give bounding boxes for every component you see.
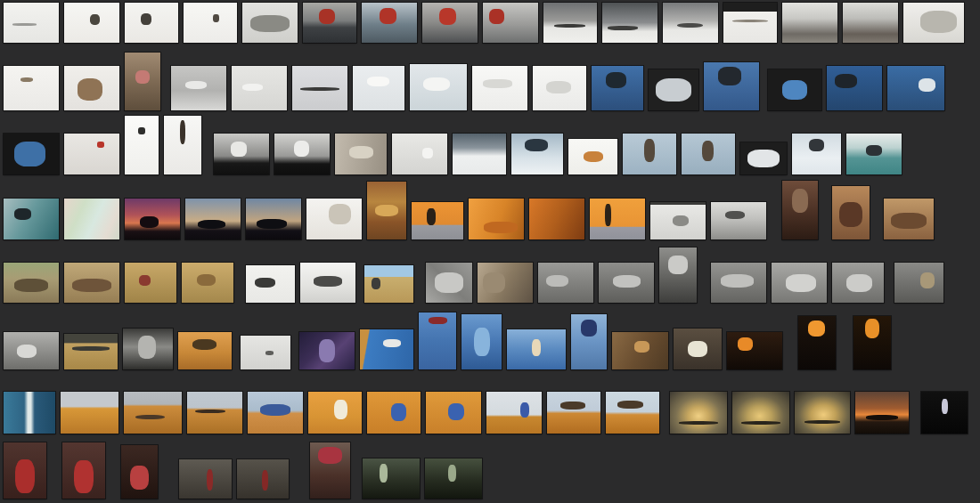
photo-thumbnail-misty-trees-bw[interactable]: [650, 202, 706, 239]
photo-thumbnail-camels-sunset-3[interactable]: [795, 392, 850, 434]
photo-thumbnail-birds-line-snow[interactable]: [723, 3, 777, 43]
photo-thumbnail-deadvlei-window[interactable]: [412, 202, 463, 239]
photo-thumbnail-zebras-group-bw[interactable]: [300, 263, 355, 303]
photo-thumbnail-rhino-pair-bw[interactable]: [599, 263, 654, 303]
photo-thumbnail-swan-in-mist[interactable]: [392, 134, 447, 174]
photo-thumbnail-eagle-white-matte[interactable]: [740, 142, 787, 174]
photo-thumbnail-blue-turban-man[interactable]: [571, 314, 607, 369]
photo-thumbnail-elephant-sepia[interactable]: [478, 263, 533, 303]
photo-thumbnail-swan-dance-dark-1[interactable]: [214, 134, 269, 174]
photo-thumbnail-mountains-snow[interactable]: [453, 134, 506, 174]
photo-thumbnail-rhino-closeup-bw[interactable]: [772, 263, 827, 303]
photo-thumbnail-storm-clouds-dune[interactable]: [663, 3, 718, 43]
photo-thumbnail-blue-alley[interactable]: [507, 329, 566, 369]
photo-thumbnail-storm-clouds-herd-1[interactable]: [543, 3, 597, 43]
photo-thumbnail-snow-trees-sketch[interactable]: [903, 3, 964, 43]
photo-thumbnail-himba-goats-trees[interactable]: [4, 263, 59, 303]
photo-thumbnail-snow-mound-monkeys[interactable]: [4, 66, 59, 110]
photo-thumbnail-plains-highkey-bw[interactable]: [241, 336, 290, 369]
photo-thumbnail-cranes-landing[interactable]: [171, 66, 226, 110]
photo-thumbnail-swans-flight-white[interactable]: [472, 66, 527, 110]
photo-thumbnail-himba-group[interactable]: [884, 199, 934, 239]
photo-thumbnail-lion-pair[interactable]: [182, 263, 233, 303]
photo-thumbnail-red-robe-elder-1[interactable]: [4, 442, 46, 499]
photo-thumbnail-crane-blue-matte[interactable]: [4, 134, 59, 174]
photo-thumbnail-scarf-blue-robe-2[interactable]: [426, 392, 481, 434]
photo-thumbnail-snow-rock-patches-2[interactable]: [843, 3, 898, 43]
photo-thumbnail-swan-blur-brown[interactable]: [335, 134, 387, 174]
photo-thumbnail-quiver-trees-rays-2[interactable]: [246, 199, 301, 239]
photo-thumbnail-red-robe-elder-2[interactable]: [62, 442, 105, 499]
photo-thumbnail-swan-neck-portrait[interactable]: [125, 116, 159, 174]
photo-thumbnail-elephant-bw-waterhole[interactable]: [123, 329, 173, 369]
photo-thumbnail-lone-tree-snow-2[interactable]: [125, 3, 178, 43]
photo-thumbnail-crane-heads-red[interactable]: [64, 134, 119, 174]
photo-thumbnail-weaving-workshop[interactable]: [612, 332, 668, 369]
photo-thumbnail-eagle-splash-blue[interactable]: [592, 66, 643, 110]
photo-thumbnail-scarf-dune-1[interactable]: [547, 392, 600, 434]
photo-thumbnail-blue-wall-red-figure[interactable]: [419, 312, 456, 369]
photo-thumbnail-carpet-pattern[interactable]: [367, 182, 406, 239]
photo-thumbnail-cistern-columns-2[interactable]: [425, 458, 482, 499]
photo-thumbnail-swans-pair-white[interactable]: [533, 66, 586, 110]
photo-thumbnail-snow-birds-highkey[interactable]: [4, 3, 59, 43]
photo-thumbnail-eagle-sky-dive-1[interactable]: [623, 134, 676, 174]
photo-thumbnail-himba-boy-portrait[interactable]: [782, 181, 818, 239]
photo-thumbnail-red-dune[interactable]: [529, 199, 584, 239]
photo-thumbnail-blue-stairs[interactable]: [461, 314, 502, 369]
photo-thumbnail-aerial-pastel[interactable]: [64, 199, 119, 239]
photo-thumbnail-camels-sunset-1[interactable]: [670, 392, 727, 434]
photo-thumbnail-zebras-highkey[interactable]: [246, 265, 295, 303]
photo-thumbnail-ruins-red-figure-1[interactable]: [179, 459, 232, 499]
photo-thumbnail-cranes-pair-snow[interactable]: [232, 66, 287, 110]
photo-thumbnail-fox-rolling[interactable]: [568, 139, 617, 174]
photo-thumbnail-scarf-blue-robe-1[interactable]: [367, 392, 421, 434]
photo-thumbnail-rhino-group-bw[interactable]: [711, 263, 766, 303]
photo-thumbnail-eagle-ice-dive[interactable]: [792, 134, 841, 174]
photo-thumbnail-torii-snow-shore[interactable]: [483, 3, 538, 43]
photo-thumbnail-tuareg-trio[interactable]: [248, 392, 303, 434]
photo-thumbnail-eagle-sky-dive-2[interactable]: [682, 134, 735, 174]
photo-thumbnail-courtyard-sky-up[interactable]: [674, 329, 722, 369]
photo-thumbnail-camels-sunset-2[interactable]: [732, 392, 789, 434]
photo-thumbnail-torii-dark-sea[interactable]: [303, 3, 356, 43]
photo-thumbnail-himba-goat-herd[interactable]: [64, 263, 119, 303]
photo-thumbnail-fire-torch-1[interactable]: [798, 316, 836, 369]
photo-thumbnail-torii-blue-sea[interactable]: [362, 3, 417, 43]
photo-thumbnail-zebras-dense-bw[interactable]: [426, 263, 472, 303]
photo-thumbnail-himba-dancers[interactable]: [832, 186, 870, 239]
photo-thumbnail-red-umbrella-figure[interactable]: [310, 442, 350, 499]
photo-thumbnail-orange-dune-1[interactable]: [469, 199, 524, 239]
photo-thumbnail-lioness-cubs-bw[interactable]: [4, 332, 59, 369]
photo-thumbnail-fire-blacksmith[interactable]: [727, 332, 782, 369]
photo-thumbnail-dunes-wide[interactable]: [61, 392, 118, 434]
photo-thumbnail-eagle-small-matte[interactable]: [768, 69, 821, 110]
photo-thumbnail-eagle-catch-teal[interactable]: [846, 134, 902, 174]
photo-thumbnail-scarf-dune-2[interactable]: [606, 392, 659, 434]
photo-thumbnail-rhino-grass-bw[interactable]: [538, 263, 593, 303]
photo-thumbnail-sketch-arch-highkey[interactable]: [306, 199, 362, 239]
photo-thumbnail-mosaic-falls-figure[interactable]: [4, 392, 55, 434]
photo-thumbnail-ruins-red-figure-2[interactable]: [237, 459, 289, 499]
photo-thumbnail-scarf-cloud-bg[interactable]: [486, 392, 542, 434]
photo-thumbnail-shipwreck-bw[interactable]: [711, 202, 766, 239]
photo-thumbnail-dark-figure-light[interactable]: [921, 392, 968, 434]
photo-thumbnail-eagle-over-waves[interactable]: [704, 62, 759, 110]
photo-thumbnail-acacia-savanna[interactable]: [178, 332, 232, 369]
photo-thumbnail-eagle-blue-water-1[interactable]: [827, 66, 882, 110]
photo-thumbnail-monkey-huddle[interactable]: [64, 66, 119, 110]
photo-thumbnail-milky-way[interactable]: [299, 332, 355, 369]
photo-thumbnail-eagle-teal-water[interactable]: [4, 199, 59, 239]
photo-thumbnail-crane-flock-line[interactable]: [292, 66, 347, 110]
photo-thumbnail-cistern-columns-1[interactable]: [363, 458, 420, 499]
photo-thumbnail-diving-bird-portrait[interactable]: [164, 116, 201, 174]
photo-thumbnail-dunes-caravan[interactable]: [124, 392, 182, 434]
photo-thumbnail-deadvlei-two-trees[interactable]: [590, 199, 645, 239]
photo-thumbnail-rhino-head-bw[interactable]: [832, 263, 884, 303]
photo-thumbnail-leopard-grass-bw[interactable]: [894, 263, 943, 303]
photo-thumbnail-rhino-portrait-bw[interactable]: [659, 247, 697, 303]
photo-thumbnail-scarf-white-robe[interactable]: [308, 392, 362, 434]
photo-thumbnail-camels-red-sunset[interactable]: [855, 392, 909, 434]
photo-thumbnail-lion-yawn[interactable]: [125, 263, 176, 303]
photo-thumbnail-swan-takeoff-mist[interactable]: [410, 64, 467, 110]
